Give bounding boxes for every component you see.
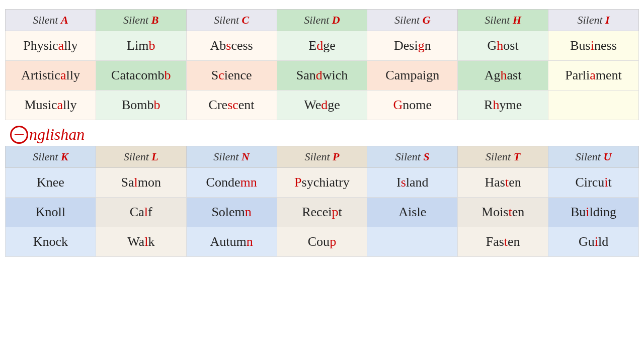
header-cell-2: Silent C: [186, 10, 277, 31]
data-cell-0-4: Design: [367, 31, 458, 61]
data-cell-2-6: [548, 90, 639, 120]
data-cell-1-5: Aghast: [458, 61, 548, 90]
data-cell-2-1: Walk: [96, 227, 186, 257]
header-cell-0: Silent K: [6, 146, 96, 168]
header-cell-3: Silent P: [277, 146, 367, 168]
data-cell-0-5: Ghost: [458, 31, 548, 61]
header-cell-6: Silent I: [548, 10, 639, 31]
data-cell-0-2: Condemn: [186, 168, 277, 198]
header-cell-0: Silent A: [6, 10, 96, 31]
bottom-table: Silent KSilent LSilent NSilent PSilent S…: [5, 146, 639, 257]
data-cell-0-1: Salmon: [96, 168, 186, 198]
data-cell-1-4: Campaign: [367, 61, 458, 90]
logo-icon: [10, 126, 28, 144]
data-cell-2-0: Knock: [6, 227, 96, 257]
top-section: Silent ASilent BSilent CSilent DSilent G…: [5, 9, 639, 120]
data-cell-0-6: Circuit: [548, 168, 639, 198]
data-cell-1-6: Parliament: [548, 61, 639, 90]
data-cell-1-6: Building: [548, 198, 639, 227]
top-table: Silent ASilent BSilent CSilent DSilent G…: [5, 9, 639, 120]
data-cell-0-0: Physically: [6, 31, 96, 61]
data-cell-2-5: Fasten: [458, 227, 548, 257]
page: Silent ASilent BSilent CSilent DSilent G…: [0, 0, 644, 257]
data-cell-2-6: Guild: [548, 227, 639, 257]
data-cell-1-1: Catacombb: [96, 61, 186, 90]
data-cell-2-3: Wedge: [277, 90, 367, 120]
data-cell-0-1: Limb: [96, 31, 186, 61]
header-cell-5: Silent H: [458, 10, 548, 31]
data-cell-0-6: Business: [548, 31, 639, 61]
header-cell-4: Silent G: [367, 10, 458, 31]
data-cell-1-3: Receipt: [277, 198, 367, 227]
data-cell-2-5: Rhyme: [458, 90, 548, 120]
data-cell-2-1: Bombb: [96, 90, 186, 120]
data-cell-1-0: Artistically: [6, 61, 96, 90]
header-cell-4: Silent S: [367, 146, 458, 168]
data-cell-2-2: Crescent: [186, 90, 277, 120]
data-cell-1-2: Science: [186, 61, 277, 90]
logo-text: nglishan: [29, 125, 85, 144]
header-cell-2: Silent N: [186, 146, 277, 168]
data-cell-2-4: [367, 227, 458, 257]
data-cell-2-0: Musically: [6, 90, 96, 120]
data-cell-0-3: Edge: [277, 31, 367, 61]
data-cell-1-2: Solemn: [186, 198, 277, 227]
data-cell-2-2: Autumn: [186, 227, 277, 257]
header-cell-1: Silent L: [96, 146, 186, 168]
header-cell-1: Silent B: [96, 10, 186, 31]
header-cell-5: Silent T: [458, 146, 548, 168]
data-cell-1-5: Moisten: [458, 198, 548, 227]
data-cell-1-3: Sandwich: [277, 61, 367, 90]
data-cell-0-5: Hasten: [458, 168, 548, 198]
data-cell-0-0: Knee: [6, 168, 96, 198]
data-cell-2-4: Gnome: [367, 90, 458, 120]
data-cell-0-4: Island: [367, 168, 458, 198]
data-cell-1-4: Aisle: [367, 198, 458, 227]
logo-area: nglishan: [5, 123, 639, 146]
data-cell-0-2: Abscess: [186, 31, 277, 61]
header-cell-3: Silent D: [277, 10, 367, 31]
header-cell-6: Silent U: [548, 146, 639, 168]
data-cell-1-1: Calf: [96, 198, 186, 227]
data-cell-0-3: Psychiatry: [277, 168, 367, 198]
data-cell-2-3: Coup: [277, 227, 367, 257]
data-cell-1-0: Knoll: [6, 198, 96, 227]
bottom-section: Silent KSilent LSilent NSilent PSilent S…: [5, 146, 639, 257]
